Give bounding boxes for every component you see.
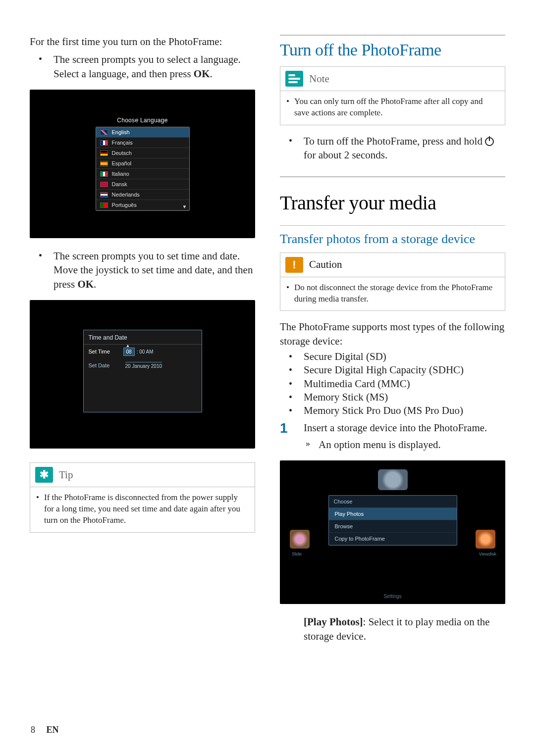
- heading-transfer-photos: Transfer photos from a storage device: [280, 225, 505, 247]
- step-result: An option menu is displayed.: [304, 438, 505, 452]
- menu-item-play-photos[interactable]: Play Photos: [329, 508, 457, 520]
- step-1: 1 Insert a storage device into the Photo…: [280, 421, 505, 452]
- flag-icon: [100, 171, 108, 177]
- power-icon: [485, 137, 494, 146]
- figure-choose-language: Choose Language English Français Deutsch…: [30, 90, 255, 238]
- turnoff-step: To turn off the PhotoFrame, press and ho…: [280, 134, 505, 162]
- rule: [280, 35, 505, 36]
- scroll-down-icon[interactable]: ▼: [182, 204, 187, 209]
- caution-callout: ! Caution Do not disconnect the storage …: [280, 252, 505, 311]
- page-number: 8: [31, 725, 35, 735]
- footer-language: EN: [47, 725, 59, 735]
- storage-top-icon: [378, 469, 408, 490]
- page-footer: 8 EN: [31, 725, 59, 735]
- language-item-italiano[interactable]: Italiano: [96, 169, 189, 179]
- tip-icon: ✱: [35, 467, 53, 483]
- viewdisk-icon: [476, 530, 495, 549]
- note-callout: Note You can only turn off the PhotoFram…: [280, 66, 505, 125]
- settings-label: Settings: [280, 594, 505, 599]
- tip-text: If the PhotoFrame is disconnected from t…: [36, 492, 249, 526]
- set-time-row[interactable]: Set Time ▲08 : 00 AM: [84, 345, 202, 358]
- figure-option-menu: Slide Viewdisk Choose Play Photos Browse…: [280, 460, 505, 604]
- language-item-nederlands[interactable]: Nederlands: [96, 190, 189, 200]
- flag-icon: [100, 192, 108, 198]
- rule: [280, 176, 505, 177]
- heading-turn-off: Turn off the PhotoFrame: [280, 41, 505, 59]
- caution-icon: !: [285, 257, 303, 273]
- language-item-dansk[interactable]: Dansk: [96, 179, 189, 190]
- set-date-row[interactable]: Set Date 20 January 2010: [84, 358, 202, 372]
- option-menu: Choose Play Photos Browse Copy to PhotoF…: [328, 495, 457, 546]
- slideshow-label: Slide: [292, 552, 302, 556]
- steps-list: 1 Insert a storage device into the Photo…: [280, 421, 505, 452]
- intro-paragraph: For the first time you turn on the Photo…: [30, 35, 255, 49]
- language-item-portugues[interactable]: Português: [96, 200, 189, 210]
- play-photos-description: [Play Photos]: Select it to play media o…: [280, 615, 505, 643]
- heading-transfer-media: Transfer your media: [280, 191, 505, 214]
- language-item-francais[interactable]: Français: [96, 138, 189, 148]
- device-mspd: Memory Stick Pro Duo (MS Pro Duo): [280, 404, 505, 417]
- language-item-deutsch[interactable]: Deutsch: [96, 148, 189, 158]
- slideshow-icon: [290, 530, 310, 549]
- note-icon: [285, 71, 303, 87]
- device-sd: Secure Digital (SD): [280, 350, 505, 363]
- caution-label: Caution: [309, 258, 342, 271]
- setup-step-timedate: The screen prompts you to set time and d…: [30, 249, 255, 291]
- storage-devices-list: Secure Digital (SD) Secure Digital High …: [280, 350, 505, 417]
- setup-step-language: The screen prompts you to select a langu…: [30, 52, 255, 81]
- note-text: You can only turn off the PhotoFrame aft…: [286, 96, 499, 119]
- viewdisk-label: Viewdisk: [479, 552, 496, 556]
- flag-icon: [100, 161, 108, 166]
- step-number: 1: [280, 419, 288, 438]
- setup-list: The screen prompts you to select a langu…: [30, 52, 255, 81]
- flag-icon: [100, 130, 108, 135]
- hour-field[interactable]: ▲08: [123, 348, 135, 356]
- language-list: English Français Deutsch Español Italian…: [96, 127, 190, 211]
- figure-time-and-date: Time and Date Set Time ▲08 : 00 AM Set D…: [30, 300, 255, 449]
- turnoff-list: To turn off the PhotoFrame, press and ho…: [280, 134, 505, 162]
- caution-text: Do not disconnect the storage device fro…: [286, 282, 499, 305]
- tip-callout: ✱ Tip If the PhotoFrame is disconnected …: [30, 462, 255, 533]
- support-paragraph: The PhotoFrame supports most types of th…: [280, 320, 505, 348]
- timedate-title: Time and Date: [84, 330, 202, 345]
- device-sdhc: Secure Digital High Capacity (SDHC): [280, 363, 505, 377]
- note-label: Note: [309, 73, 329, 85]
- setup-list-continued: The screen prompts you to set time and d…: [30, 249, 255, 291]
- tip-label: Tip: [59, 469, 73, 481]
- language-item-english[interactable]: English: [96, 127, 189, 138]
- flag-icon: [100, 151, 108, 156]
- flag-icon: [100, 202, 108, 208]
- flag-icon: [100, 140, 108, 146]
- option-menu-title: Choose: [329, 496, 457, 508]
- flag-icon: [100, 182, 108, 187]
- menu-item-browse[interactable]: Browse: [329, 520, 457, 533]
- language-menu-title: Choose Language: [96, 117, 190, 124]
- device-mmc: Multimedia Card (MMC): [280, 377, 505, 391]
- language-item-espanol[interactable]: Español: [96, 158, 189, 169]
- menu-item-copy[interactable]: Copy to PhotoFrame: [329, 533, 457, 545]
- device-ms: Memory Stick (MS): [280, 391, 505, 404]
